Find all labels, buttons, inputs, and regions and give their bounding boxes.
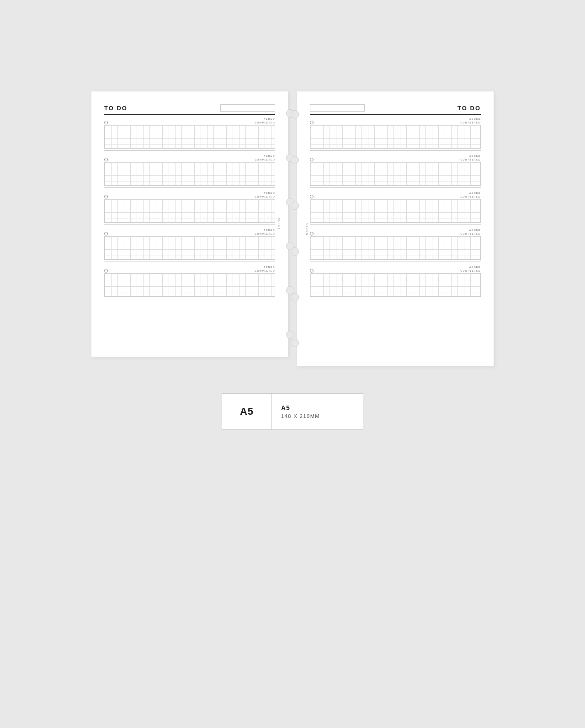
task-section-left-4: ADDED COMPLETED — [104, 229, 275, 262]
task-section-left-3: ADDED COMPLETED — [104, 192, 275, 225]
notes-label-right: NOTES — [306, 222, 308, 235]
added-label-l1: ADDED — [264, 118, 275, 120]
grid-r3 — [310, 199, 481, 223]
added-label-r4: ADDED — [469, 229, 481, 231]
grid-l2 — [104, 162, 275, 186]
header-divider-left — [104, 114, 275, 115]
task-section-right-1: ADDED COMPLETED — [310, 118, 481, 151]
added-label-l2: ADDED — [264, 155, 275, 157]
grid-l3 — [104, 199, 275, 223]
added-label-l5: ADDED — [264, 266, 275, 268]
task-circle-r2 — [310, 158, 314, 161]
task-circle-r3 — [310, 195, 314, 198]
added-label-l3: ADDED — [264, 192, 275, 194]
task-section-left-2: ADDED COMPLETED — [104, 155, 275, 188]
grid-l4 — [104, 236, 275, 260]
task-section-left-5: ADDED COMPLETED — [104, 266, 275, 297]
right-page-header: TO DO — [310, 104, 481, 112]
hole-r4 — [291, 247, 299, 256]
task-circle-l4 — [104, 232, 108, 236]
task-section-right-4: ADDED COMPLETED — [310, 229, 481, 262]
page-left: TO DO NOTES ADDED COMPLETED ADDED — [91, 91, 288, 357]
completed-label-r4: COMPLETED — [460, 232, 481, 235]
size-info-dimensions: 148 X 210MM — [281, 413, 320, 419]
notes-label-left: NOTES — [277, 218, 280, 230]
hole-r1 — [291, 110, 299, 118]
completed-label-r3: COMPLETED — [460, 195, 481, 198]
left-page-header: TO DO — [104, 104, 275, 112]
task-circle-l5 — [104, 269, 108, 273]
completed-label-l5: COMPLETED — [255, 269, 275, 272]
task-circle-l3 — [104, 195, 108, 198]
completed-label-r5: COMPLETED — [460, 269, 481, 272]
added-label-l4: ADDED — [264, 229, 275, 231]
grid-l5 — [104, 273, 275, 297]
added-label-r2: ADDED — [469, 155, 481, 157]
completed-label-l4: COMPLETED — [255, 232, 275, 235]
size-a5-button[interactable]: A5 — [222, 393, 272, 430]
hole-r2 — [291, 156, 299, 164]
task-section-left-1: ADDED COMPLETED — [104, 118, 275, 151]
grid-r5 — [310, 273, 481, 297]
page-right: TO DO NOTES ADDED COMPLETED ADDED — [297, 91, 494, 366]
added-label-r5: ADDED — [469, 266, 481, 268]
left-date-box[interactable] — [220, 104, 275, 112]
completed-label-l2: COMPLETED — [255, 158, 275, 161]
right-date-box[interactable] — [310, 104, 365, 112]
task-circle-r5 — [310, 269, 314, 273]
task-section-right-2: ADDED COMPLETED — [310, 155, 481, 188]
right-title: TO DO — [457, 105, 481, 112]
completed-label-l3: COMPLETED — [255, 195, 275, 198]
size-section: A5 A5 148 X 210MM — [222, 393, 363, 430]
left-title: TO DO — [104, 105, 128, 112]
header-divider-right — [310, 114, 481, 115]
added-label-r1: ADDED — [469, 118, 481, 120]
size-info-panel: A5 148 X 210MM — [272, 393, 363, 430]
task-circle-l1 — [104, 121, 108, 124]
added-label-r3: ADDED — [469, 192, 481, 194]
holes-right — [291, 91, 299, 366]
task-circle-r4 — [310, 232, 314, 236]
grid-l1 — [104, 125, 275, 149]
completed-label-r2: COMPLETED — [460, 158, 481, 161]
task-circle-l2 — [104, 158, 108, 161]
task-circle-r1 — [310, 121, 314, 124]
task-section-right-3: ADDED COMPLETED — [310, 192, 481, 225]
grid-r4 — [310, 236, 481, 260]
completed-label-r1: COMPLETED — [460, 121, 481, 124]
hole-r3 — [291, 202, 299, 210]
hole-r5 — [291, 293, 299, 301]
pages-container: TO DO NOTES ADDED COMPLETED ADDED — [91, 91, 494, 366]
hole-r6 — [291, 339, 299, 347]
completed-label-l1: COMPLETED — [255, 121, 275, 124]
task-section-right-5: ADDED COMPLETED — [310, 266, 481, 297]
grid-r2 — [310, 162, 481, 186]
size-info-title: A5 — [281, 404, 290, 412]
grid-r1 — [310, 125, 481, 149]
